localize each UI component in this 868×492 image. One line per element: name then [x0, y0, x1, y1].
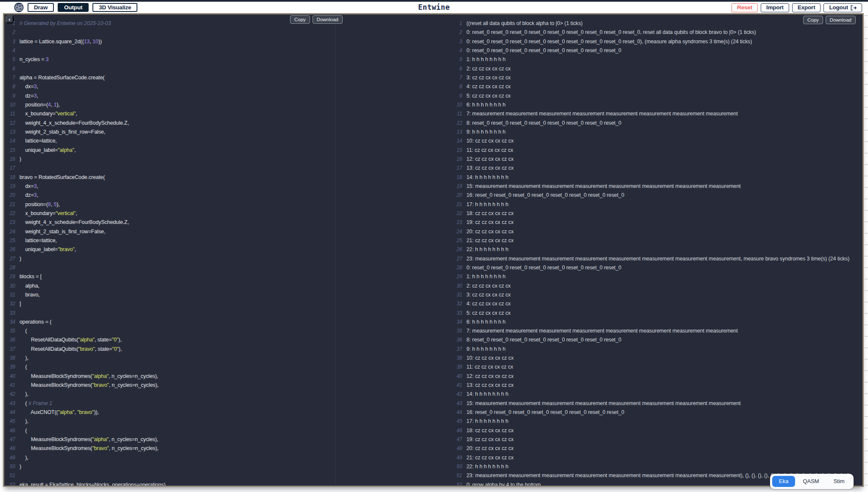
- code-line-text: unique_label="bravo",: [20, 245, 76, 254]
- line-number: 19: [4, 182, 15, 191]
- line-number: 1: [4, 19, 15, 28]
- line-number: 6: [441, 64, 462, 73]
- output-line: 2218: cz cz cx cx cz cx: [441, 209, 862, 218]
- output-line: 4315: measurement measurement measuremen…: [441, 399, 862, 408]
- line-number: 15: [4, 146, 15, 155]
- code-line-text: (: [20, 426, 27, 435]
- line-number: 3: [4, 37, 15, 46]
- logout-button[interactable]: Logout: [823, 3, 862, 12]
- code-line: 18bravo = RotatedSurfaceCode.create(: [4, 173, 335, 182]
- output-line: 1410: cz cz cx cx cz cx: [441, 137, 862, 145]
- output-line-text: 20: cz cz cx cx cz cx: [466, 227, 514, 236]
- code-line-text: lattice=lattice,: [20, 236, 57, 245]
- line-number: 12: [4, 119, 15, 128]
- editor-container: ‹ Copy Download 1# Generated by Entwine …: [3, 13, 864, 487]
- line-number: 28: [441, 263, 462, 272]
- code-line: 31 bravo,: [4, 291, 335, 299]
- line-number: 10: [441, 101, 462, 109]
- page-scrollbar[interactable]: [865, 15, 868, 488]
- code-line: 32]: [4, 299, 335, 308]
- code-line: 22 x_boundary="vertical",: [4, 209, 335, 218]
- line-number: 16: [4, 155, 15, 164]
- output-line-text: 0: reset_0 reset_0 reset_0 reset_0 reset…: [466, 37, 752, 46]
- output-line-text: 14: h h h h h h h h: [466, 173, 508, 182]
- code-line: 44 AuxCNOT(("alpha", "bravo")),: [4, 408, 335, 417]
- app-screen: Draw Output 3D Visualize Entwine Reset I…: [0, 0, 868, 492]
- output-line-text: 15: measurement measurement measurement …: [466, 399, 741, 408]
- line-number: 4: [4, 46, 15, 55]
- code-line: 28: [4, 263, 335, 272]
- line-number: 51: [441, 471, 462, 480]
- line-number: 38: [441, 354, 462, 363]
- output-line: 4113: cz cz cx cx cz cx: [441, 381, 862, 390]
- code-line: 45 ),: [4, 417, 335, 426]
- line-number: 2: [441, 28, 462, 37]
- code-line: 21 position=(8, 5),: [4, 200, 335, 209]
- line-number: 51: [4, 471, 15, 480]
- code-line-text: dz=3,: [20, 92, 38, 101]
- output-line-text: 18: cz cz cx cx cz cx: [466, 209, 514, 218]
- line-number: 1: [441, 19, 462, 28]
- topbar-actions: Reset Import Export Logout: [731, 3, 862, 12]
- line-number: 48: [4, 444, 15, 453]
- code-line: 33: [4, 309, 335, 318]
- code-line: 36 ResetAllDataQubits("alpha", state="0"…: [4, 335, 335, 344]
- code-line: 23 weight_4_x_schedule=FourBodySchedule.…: [4, 218, 335, 227]
- line-number: 25: [4, 236, 15, 245]
- line-number: 40: [441, 372, 462, 381]
- code-line-text: eka_result = Eka(lattice, blocks=blocks,…: [20, 481, 165, 487]
- code-line-text: blocks = [: [20, 272, 42, 281]
- line-number: 20: [4, 191, 15, 200]
- output-line-text: 22: h h h h h h h h: [466, 462, 508, 471]
- output-line: 4012: cz cz cx cx cz cx: [441, 372, 862, 381]
- code-line-text: (: [20, 327, 27, 335]
- code-line: 51: [4, 471, 335, 480]
- line-number: 5: [4, 55, 15, 64]
- code-line: 30 alpha,: [4, 282, 335, 291]
- tab-draw[interactable]: Draw: [28, 3, 54, 12]
- line-number: 52: [4, 481, 15, 487]
- line-number: 49: [441, 453, 462, 462]
- output-line: 3810: cz cz cx cx cz cx: [441, 354, 862, 363]
- tab-3d-visualize[interactable]: 3D Visualize: [92, 3, 137, 12]
- line-number: 49: [4, 453, 15, 462]
- line-number: 52: [441, 481, 462, 487]
- code-editor[interactable]: 1# Generated by Entwine on 2025-10-0323l…: [4, 19, 335, 487]
- output-line: 2319: cz cz cx cx cz cx: [441, 218, 862, 227]
- output-line-text: 11: cz cz cx cx cz cx: [466, 146, 513, 155]
- export-button[interactable]: Export: [792, 3, 821, 12]
- code-line-text: # Generated by Entwine on 2025-10-03: [20, 19, 111, 28]
- line-number: 36: [441, 335, 462, 344]
- line-number: 38: [4, 354, 15, 363]
- line-number: 45: [4, 417, 15, 426]
- line-number: 42: [4, 390, 15, 399]
- import-button[interactable]: Import: [761, 3, 789, 12]
- format-option-eka[interactable]: Eka: [772, 476, 795, 487]
- line-number: 22: [4, 209, 15, 218]
- format-option-qasm[interactable]: QASM: [796, 476, 826, 487]
- output-line: 73: cz cz cx cx cz cx: [441, 73, 862, 82]
- format-option-stim[interactable]: Stim: [827, 476, 851, 487]
- reset-button[interactable]: Reset: [731, 3, 758, 12]
- line-number: 28: [4, 263, 15, 272]
- code-line: 7alpha = RotatedSurfaceCode.create(: [4, 73, 335, 82]
- line-number: 17: [4, 164, 15, 173]
- output-line: 1814: h h h h h h h h: [441, 173, 862, 182]
- output-line: 4618: cz cz cx cx cz cx: [441, 426, 862, 435]
- output-view[interactable]: 1((reset all data qubits of block alpha …: [441, 19, 862, 487]
- line-number: 18: [4, 173, 15, 182]
- output-line: 379: h h h h h h h h: [441, 345, 862, 354]
- output-line: 139: h h h h h h h h: [441, 128, 862, 137]
- code-line-text: alpha,: [20, 282, 39, 291]
- output-line-text: 9: h h h h h h h h: [466, 345, 505, 354]
- output-line: 1915: measurement measurement measuremen…: [441, 182, 862, 191]
- output-line: 324: cz cz cx cx cz cx: [441, 299, 862, 308]
- code-line-text: ),: [20, 390, 28, 399]
- code-line-text: ): [20, 254, 21, 263]
- code-line: 37 ResetAllDataQubits("bravo", state="0"…: [4, 345, 335, 354]
- tab-output[interactable]: Output: [58, 3, 89, 12]
- code-line-text: ( # Frame 1: [20, 399, 52, 408]
- output-line-text: 17: h h h h h h h h: [466, 200, 508, 209]
- code-line: 24 weight_2_stab_is_first_row=False,: [4, 227, 335, 236]
- code-line-text: MeasureBlockSyndromes("alpha", n_cycles=…: [20, 435, 158, 444]
